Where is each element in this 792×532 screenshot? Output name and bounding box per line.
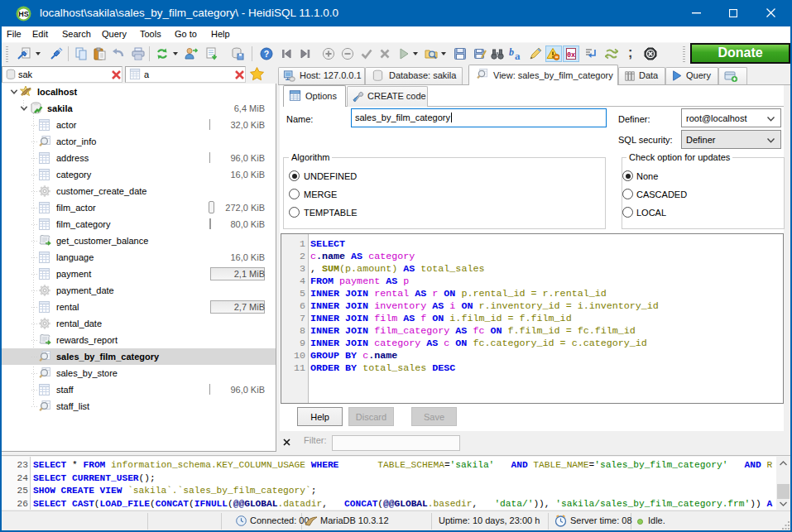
svg-text:0x: 0x bbox=[567, 51, 575, 60]
svg-text:HS: HS bbox=[18, 10, 29, 18]
svg-text:b: b bbox=[509, 47, 514, 58]
svg-text:?: ? bbox=[264, 49, 269, 59]
svg-text:a: a bbox=[515, 50, 521, 60]
